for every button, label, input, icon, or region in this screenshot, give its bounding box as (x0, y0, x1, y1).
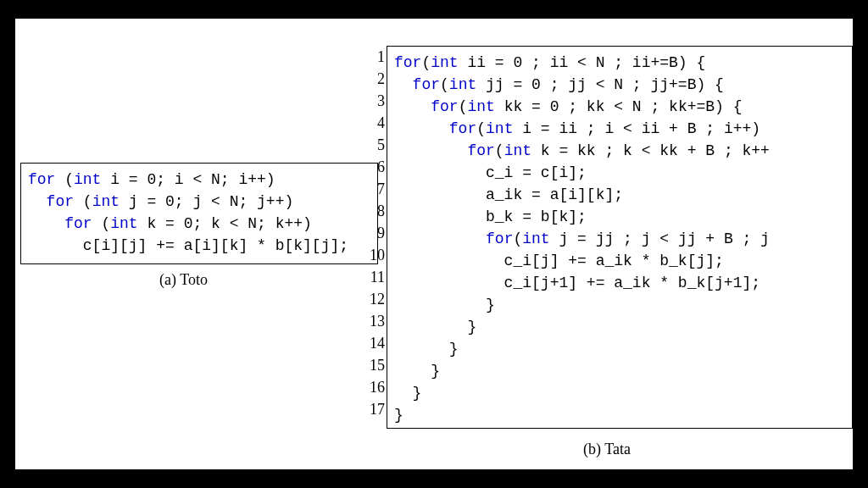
caption-b: (b) Tata (583, 441, 631, 458)
code-b-content: for(int ii = 0 ; ii < N ; ii+=B) { for(i… (387, 47, 852, 431)
code-a-content: for (int i = 0; i < N; i++) for (int j =… (21, 164, 377, 262)
code-listing-b: for(int ii = 0 ; ii < N ; ii+=B) { for(i… (387, 46, 853, 429)
code-listing-a: for (int i = 0; i < N; i++) for (int j =… (20, 163, 378, 264)
page-surface: 1234567891011121314151617 for(int ii = 0… (15, 19, 853, 469)
caption-a: (a) Toto (159, 271, 208, 289)
